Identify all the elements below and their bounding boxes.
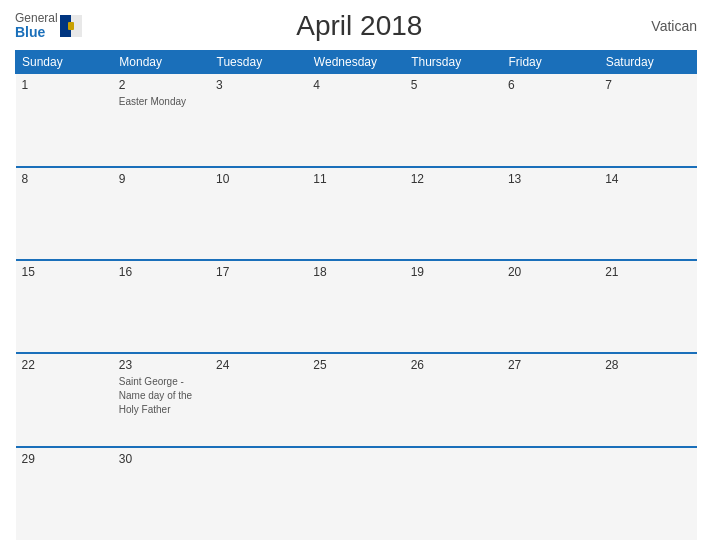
day-number: 13	[508, 172, 593, 186]
calendar-week-row: 2223Saint George - Name day of the Holy …	[16, 353, 697, 446]
svg-rect-3	[68, 22, 74, 30]
calendar-cell: 8	[16, 167, 113, 260]
calendar-cell: 18	[307, 260, 404, 353]
col-thursday: Thursday	[405, 51, 502, 74]
calendar-cell: 28	[599, 353, 696, 446]
calendar-week-row: 2930	[16, 447, 697, 540]
col-wednesday: Wednesday	[307, 51, 404, 74]
day-number: 7	[605, 78, 690, 92]
calendar-cell: 12	[405, 167, 502, 260]
calendar-cell: 13	[502, 167, 599, 260]
country-label: Vatican	[637, 18, 697, 34]
calendar-cell: 9	[113, 167, 210, 260]
col-saturday: Saturday	[599, 51, 696, 74]
day-number: 27	[508, 358, 593, 372]
logo-general-text: General	[15, 12, 58, 25]
calendar-cell: 1	[16, 74, 113, 167]
calendar-table: Sunday Monday Tuesday Wednesday Thursday…	[15, 50, 697, 540]
calendar-week-row: 891011121314	[16, 167, 697, 260]
day-number: 4	[313, 78, 398, 92]
day-number: 29	[22, 452, 107, 466]
day-number: 21	[605, 265, 690, 279]
calendar-cell: 16	[113, 260, 210, 353]
calendar-cell: 5	[405, 74, 502, 167]
calendar-cell	[210, 447, 307, 540]
logo-blue-text: Blue	[15, 25, 58, 40]
calendar-cell: 14	[599, 167, 696, 260]
calendar-cell	[599, 447, 696, 540]
day-number: 20	[508, 265, 593, 279]
logo-text: General Blue	[15, 12, 58, 41]
day-number: 2	[119, 78, 204, 92]
calendar-cell	[307, 447, 404, 540]
calendar-cell: 26	[405, 353, 502, 446]
day-event: Saint George - Name day of the Holy Fath…	[119, 376, 192, 415]
calendar-cell: 6	[502, 74, 599, 167]
day-number: 8	[22, 172, 107, 186]
day-number: 28	[605, 358, 690, 372]
day-number: 26	[411, 358, 496, 372]
calendar-cell: 3	[210, 74, 307, 167]
day-number: 24	[216, 358, 301, 372]
page: General Blue April 2018 Vatican Sunday M…	[0, 0, 712, 550]
day-number: 16	[119, 265, 204, 279]
calendar-cell: 20	[502, 260, 599, 353]
day-number: 9	[119, 172, 204, 186]
calendar-cell: 21	[599, 260, 696, 353]
calendar-cell: 19	[405, 260, 502, 353]
calendar-cell: 4	[307, 74, 404, 167]
header: General Blue April 2018 Vatican	[15, 10, 697, 42]
day-number: 14	[605, 172, 690, 186]
calendar-cell: 24	[210, 353, 307, 446]
calendar-title: April 2018	[82, 10, 637, 42]
calendar-cell: 17	[210, 260, 307, 353]
calendar-cell: 23Saint George - Name day of the Holy Fa…	[113, 353, 210, 446]
day-number: 17	[216, 265, 301, 279]
calendar-cell: 25	[307, 353, 404, 446]
day-number: 11	[313, 172, 398, 186]
col-friday: Friday	[502, 51, 599, 74]
day-number: 10	[216, 172, 301, 186]
calendar-cell: 2Easter Monday	[113, 74, 210, 167]
day-number: 3	[216, 78, 301, 92]
col-sunday: Sunday	[16, 51, 113, 74]
calendar-cell: 7	[599, 74, 696, 167]
day-number: 1	[22, 78, 107, 92]
calendar-cell: 10	[210, 167, 307, 260]
calendar-cell: 15	[16, 260, 113, 353]
day-number: 25	[313, 358, 398, 372]
day-number: 19	[411, 265, 496, 279]
calendar-header-row: Sunday Monday Tuesday Wednesday Thursday…	[16, 51, 697, 74]
calendar-cell: 11	[307, 167, 404, 260]
calendar-cell: 30	[113, 447, 210, 540]
day-number: 6	[508, 78, 593, 92]
day-number: 23	[119, 358, 204, 372]
day-number: 22	[22, 358, 107, 372]
col-tuesday: Tuesday	[210, 51, 307, 74]
day-number: 30	[119, 452, 204, 466]
col-monday: Monday	[113, 51, 210, 74]
calendar-cell: 27	[502, 353, 599, 446]
day-number: 15	[22, 265, 107, 279]
logo-flag-icon	[60, 15, 82, 37]
calendar-cell	[405, 447, 502, 540]
day-number: 12	[411, 172, 496, 186]
calendar-cell	[502, 447, 599, 540]
day-event: Easter Monday	[119, 96, 186, 107]
day-number: 5	[411, 78, 496, 92]
calendar-week-row: 12Easter Monday34567	[16, 74, 697, 167]
logo: General Blue	[15, 12, 82, 41]
calendar-cell: 29	[16, 447, 113, 540]
day-number: 18	[313, 265, 398, 279]
calendar-week-row: 15161718192021	[16, 260, 697, 353]
calendar-cell: 22	[16, 353, 113, 446]
